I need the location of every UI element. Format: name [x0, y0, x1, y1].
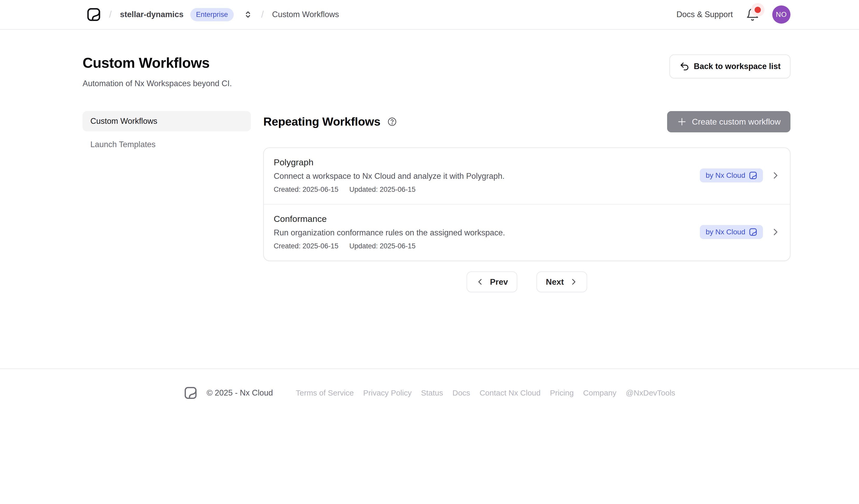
main-content: Custom Workflows Launch Templates Repeat…	[0, 88, 859, 292]
plan-badge[interactable]: Enterprise	[190, 8, 234, 21]
back-button-label: Back to workspace list	[694, 62, 781, 71]
side-nav-item-label: Custom Workflows	[90, 117, 157, 126]
settings-side-nav: Custom Workflows Launch Templates	[82, 111, 251, 155]
top-navbar: / stellar-dynamics Enterprise / Custom W…	[0, 0, 859, 30]
side-nav-item-label: Launch Templates	[90, 140, 155, 149]
chevron-right-icon	[771, 171, 780, 180]
side-nav-item[interactable]: Custom Workflows	[82, 111, 251, 131]
prev-button-label: Prev	[490, 277, 508, 287]
copyright-text: © 2025 - Nx Cloud	[207, 388, 273, 398]
chevron-right-icon	[570, 278, 578, 286]
breadcrumb: / stellar-dynamics Enterprise / Custom W…	[87, 7, 339, 21]
workflow-row-actions: by Nx Cloud	[700, 225, 780, 239]
workflow-created-date: Created: 2025-06-15	[274, 242, 338, 250]
workflow-created-date: Created: 2025-06-15	[274, 186, 338, 194]
footer-link[interactable]: Contact Nx Cloud	[480, 388, 541, 397]
workflow-name: Conformance	[274, 214, 505, 224]
org-name[interactable]: stellar-dynamics	[120, 10, 184, 19]
nav-actions: Docs & Support NO	[676, 5, 790, 24]
workflow-dates: Created: 2025-06-15 Updated: 2025-06-15	[274, 186, 504, 194]
workflow-row-actions: by Nx Cloud	[700, 168, 780, 182]
by-nx-cloud-badge[interactable]: by Nx Cloud	[700, 225, 763, 239]
nx-logo-icon	[749, 228, 757, 236]
workflow-row[interactable]: Polygraph Connect a workspace to Nx Clou…	[264, 148, 790, 204]
next-button-label: Next	[546, 277, 564, 287]
notification-dot	[755, 7, 761, 13]
badge-label: by Nx Cloud	[706, 171, 745, 180]
notifications-bell-icon[interactable]	[746, 8, 759, 21]
workflow-description: Connect a workspace to Nx Cloud and anal…	[274, 171, 504, 181]
footer-link[interactable]: @NxDevTools	[626, 388, 675, 397]
user-avatar[interactable]: NO	[772, 5, 790, 24]
page-footer: © 2025 - Nx Cloud Terms of Service Priva…	[0, 368, 859, 400]
page-title: Custom Workflows	[82, 55, 232, 71]
workflow-name: Polygraph	[274, 157, 504, 167]
notification-halo	[751, 3, 765, 17]
breadcrumb-separator: /	[107, 9, 113, 20]
create-button-label: Create custom workflow	[692, 117, 781, 127]
workflow-updated-date: Updated: 2025-06-15	[349, 186, 416, 194]
footer-links: Terms of Service Privacy Policy Status D…	[296, 388, 675, 397]
chevron-right-icon	[771, 227, 780, 237]
workflow-updated-date: Updated: 2025-06-15	[349, 242, 416, 250]
chevron-left-icon	[476, 278, 484, 286]
back-to-workspace-list-button[interactable]: Back to workspace list	[669, 55, 790, 78]
workflow-dates: Created: 2025-06-15 Updated: 2025-06-15	[274, 242, 505, 250]
by-nx-cloud-badge[interactable]: by Nx Cloud	[700, 168, 763, 182]
page-subtitle: Automation of Nx Workspaces beyond CI.	[82, 79, 232, 88]
workflow-list: Polygraph Connect a workspace to Nx Clou…	[263, 148, 790, 261]
nx-logo-icon	[749, 171, 757, 180]
workflows-section-header: Repeating Workflows Create custom workfl…	[263, 111, 790, 132]
create-custom-workflow-button[interactable]: Create custom workflow	[667, 111, 790, 132]
footer-link[interactable]: Terms of Service	[296, 388, 354, 397]
workflow-info: Conformance Run organization conformance…	[274, 214, 505, 250]
page-header: Custom Workflows Automation of Nx Worksp…	[0, 30, 859, 88]
footer-link[interactable]: Privacy Policy	[363, 388, 411, 397]
prev-page-button[interactable]: Prev	[467, 272, 517, 292]
workflow-info: Polygraph Connect a workspace to Nx Clou…	[274, 157, 504, 194]
badge-label: by Nx Cloud	[706, 228, 745, 236]
breadcrumb-current-page: Custom Workflows	[272, 10, 339, 19]
workflow-row[interactable]: Conformance Run organization conformance…	[264, 204, 790, 261]
undo-arrow-icon	[679, 61, 690, 72]
side-nav-item[interactable]: Launch Templates	[82, 135, 251, 155]
workflows-section: Repeating Workflows Create custom workfl…	[263, 111, 790, 292]
page-header-text: Custom Workflows Automation of Nx Worksp…	[82, 55, 232, 88]
next-page-button[interactable]: Next	[537, 272, 587, 292]
section-title: Repeating Workflows	[263, 115, 380, 128]
workspace-switcher-icon[interactable]	[243, 10, 253, 19]
plus-icon	[677, 117, 687, 127]
help-icon[interactable]	[387, 117, 397, 127]
footer-link[interactable]: Company	[583, 388, 616, 397]
breadcrumb-separator: /	[260, 9, 266, 20]
docs-support-link[interactable]: Docs & Support	[676, 10, 733, 19]
nx-cloud-footer-logo-icon	[184, 386, 197, 400]
footer-link[interactable]: Docs	[452, 388, 470, 397]
workflow-description: Run organization conformance rules on th…	[274, 228, 505, 238]
footer-link[interactable]: Status	[421, 388, 443, 397]
nx-cloud-logo-icon[interactable]	[87, 7, 101, 21]
pagination: Prev Next	[263, 272, 790, 292]
footer-link[interactable]: Pricing	[550, 388, 574, 397]
